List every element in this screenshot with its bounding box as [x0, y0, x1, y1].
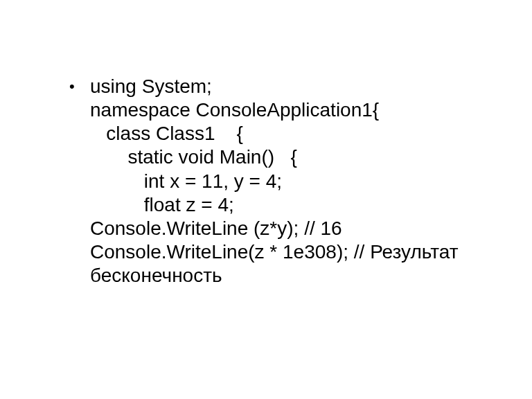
code-line: namespace ConsoleApplication1{ [90, 98, 490, 122]
code-block: using System; namespace ConsoleApplicati… [90, 75, 490, 287]
code-line: using System; [90, 75, 490, 98]
code-line: int x = 11, y = 4; [90, 170, 490, 193]
code-line: float z = 4; [90, 193, 490, 217]
slide-content: • using System; namespace ConsoleApplica… [68, 75, 490, 287]
code-line: Console.WriteLine (z*y); // 16 [90, 217, 490, 240]
bullet-glyph: • [68, 75, 90, 98]
code-line: class Class1 { [90, 122, 490, 145]
code-line: Console.WriteLine(z * 1e308); // Результ… [90, 240, 490, 287]
slide: • using System; namespace ConsoleApplica… [0, 0, 532, 399]
bullet-item: • using System; namespace ConsoleApplica… [68, 75, 490, 287]
code-line: static void Main() { [90, 145, 490, 169]
